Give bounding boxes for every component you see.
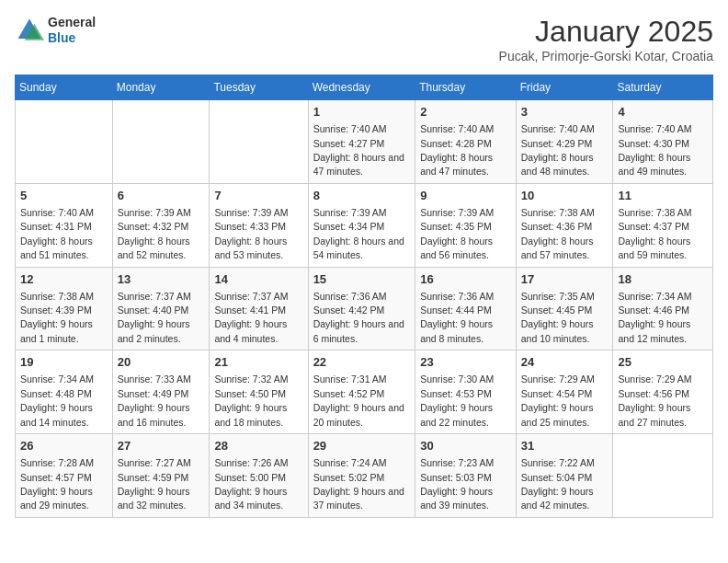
column-header-saturday: Saturday (613, 75, 713, 100)
day-cell: 9Sunrise: 7:39 AMSunset: 4:35 PMDaylight… (415, 183, 517, 267)
day-cell (112, 100, 210, 184)
day-number: 13 (118, 271, 205, 288)
day-cell: 31Sunrise: 7:22 AMSunset: 5:04 PMDayligh… (516, 434, 613, 518)
calendar-title: January 2025 (499, 15, 713, 49)
day-cell: 25Sunrise: 7:29 AMSunset: 4:56 PMDayligh… (613, 350, 713, 434)
day-number: 10 (521, 188, 609, 204)
day-info: Sunrise: 7:36 AMSunset: 4:42 PMDaylight:… (313, 291, 404, 344)
logo-text: General Blue (48, 15, 96, 46)
week-row-1: 1Sunrise: 7:40 AMSunset: 4:27 PMDaylight… (16, 100, 713, 184)
day-info: Sunrise: 7:34 AMSunset: 4:48 PMDaylight:… (20, 373, 94, 427)
logo-general-text: General (48, 15, 96, 30)
column-header-friday: Friday (516, 75, 613, 100)
day-number: 31 (521, 438, 609, 454)
day-cell: 29Sunrise: 7:24 AMSunset: 5:02 PMDayligh… (308, 434, 415, 518)
day-cell: 2Sunrise: 7:40 AMSunset: 4:28 PMDaylight… (415, 100, 517, 184)
day-cell: 17Sunrise: 7:35 AMSunset: 4:45 PMDayligh… (516, 267, 613, 350)
day-number: 15 (313, 271, 411, 288)
day-number: 7 (214, 188, 302, 204)
day-cell: 12Sunrise: 7:38 AMSunset: 4:39 PMDayligh… (16, 267, 113, 350)
day-cell: 11Sunrise: 7:38 AMSunset: 4:37 PMDayligh… (613, 183, 713, 267)
day-number: 23 (420, 354, 511, 371)
day-cell: 22Sunrise: 7:31 AMSunset: 4:52 PMDayligh… (308, 350, 415, 434)
day-info: Sunrise: 7:22 AMSunset: 5:04 PMDaylight:… (521, 457, 595, 511)
day-info: Sunrise: 7:37 AMSunset: 4:40 PMDaylight:… (118, 291, 191, 344)
logo: General Blue (15, 15, 96, 46)
day-cell: 5Sunrise: 7:40 AMSunset: 4:31 PMDaylight… (16, 183, 113, 267)
day-info: Sunrise: 7:24 AMSunset: 5:02 PMDaylight:… (313, 457, 404, 511)
day-cell: 26Sunrise: 7:28 AMSunset: 4:57 PMDayligh… (16, 434, 113, 518)
title-block: January 2025 Pucak, Primorje-Gorski Kota… (499, 15, 713, 63)
day-cell: 4Sunrise: 7:40 AMSunset: 4:30 PMDaylight… (613, 100, 713, 184)
day-info: Sunrise: 7:38 AMSunset: 4:39 PMDaylight:… (20, 291, 94, 344)
calendar-table: SundayMondayTuesdayWednesdayThursdayFrid… (15, 75, 713, 518)
day-number: 22 (313, 354, 411, 371)
day-number: 18 (618, 271, 708, 288)
day-info: Sunrise: 7:34 AMSunset: 4:46 PMDaylight:… (618, 291, 691, 344)
day-info: Sunrise: 7:29 AMSunset: 4:56 PMDaylight:… (618, 373, 691, 427)
day-cell: 13Sunrise: 7:37 AMSunset: 4:40 PMDayligh… (112, 267, 210, 350)
day-cell: 23Sunrise: 7:30 AMSunset: 4:53 PMDayligh… (415, 350, 517, 434)
day-info: Sunrise: 7:40 AMSunset: 4:30 PMDaylight:… (618, 123, 691, 177)
day-cell: 8Sunrise: 7:39 AMSunset: 4:34 PMDaylight… (308, 183, 415, 267)
day-number: 19 (20, 354, 108, 371)
page-header: General Blue January 2025 Pucak, Primorj… (15, 15, 713, 63)
day-cell: 14Sunrise: 7:37 AMSunset: 4:41 PMDayligh… (210, 267, 308, 350)
day-number: 1 (313, 104, 411, 121)
day-info: Sunrise: 7:40 AMSunset: 4:28 PMDaylight:… (420, 123, 494, 177)
calendar-subtitle: Pucak, Primorje-Gorski Kotar, Croatia (499, 49, 713, 63)
day-cell (210, 100, 308, 184)
day-cell: 30Sunrise: 7:23 AMSunset: 5:03 PMDayligh… (415, 434, 517, 518)
day-number: 24 (521, 354, 609, 371)
day-number: 6 (118, 188, 205, 204)
day-info: Sunrise: 7:40 AMSunset: 4:29 PMDaylight:… (521, 123, 595, 177)
day-header-row: SundayMondayTuesdayWednesdayThursdayFrid… (16, 75, 713, 100)
day-cell: 18Sunrise: 7:34 AMSunset: 4:46 PMDayligh… (613, 267, 713, 350)
week-row-4: 19Sunrise: 7:34 AMSunset: 4:48 PMDayligh… (16, 350, 713, 434)
day-info: Sunrise: 7:23 AMSunset: 5:03 PMDaylight:… (420, 457, 494, 511)
day-number: 2 (420, 104, 511, 121)
day-number: 12 (20, 271, 108, 288)
day-number: 30 (420, 438, 511, 454)
day-cell: 20Sunrise: 7:33 AMSunset: 4:49 PMDayligh… (112, 350, 210, 434)
day-number: 4 (618, 104, 708, 121)
day-info: Sunrise: 7:39 AMSunset: 4:33 PMDaylight:… (214, 207, 288, 260)
day-cell: 1Sunrise: 7:40 AMSunset: 4:27 PMDaylight… (308, 100, 415, 184)
day-info: Sunrise: 7:39 AMSunset: 4:32 PMDaylight:… (118, 207, 191, 260)
day-info: Sunrise: 7:33 AMSunset: 4:49 PMDaylight:… (118, 373, 191, 427)
day-number: 25 (618, 354, 708, 371)
day-cell: 28Sunrise: 7:26 AMSunset: 5:00 PMDayligh… (210, 434, 308, 518)
day-info: Sunrise: 7:30 AMSunset: 4:53 PMDaylight:… (420, 373, 494, 427)
day-info: Sunrise: 7:39 AMSunset: 4:34 PMDaylight:… (313, 207, 404, 260)
day-info: Sunrise: 7:38 AMSunset: 4:36 PMDaylight:… (521, 207, 595, 260)
day-info: Sunrise: 7:40 AMSunset: 4:27 PMDaylight:… (313, 123, 404, 177)
day-number: 20 (118, 354, 205, 371)
day-number: 5 (20, 188, 108, 204)
day-cell: 7Sunrise: 7:39 AMSunset: 4:33 PMDaylight… (210, 183, 308, 267)
day-info: Sunrise: 7:26 AMSunset: 5:00 PMDaylight:… (214, 457, 288, 511)
column-header-sunday: Sunday (16, 75, 113, 100)
day-cell: 15Sunrise: 7:36 AMSunset: 4:42 PMDayligh… (308, 267, 415, 350)
day-number: 14 (214, 271, 302, 288)
day-number: 27 (118, 438, 205, 454)
day-info: Sunrise: 7:31 AMSunset: 4:52 PMDaylight:… (313, 373, 404, 427)
day-info: Sunrise: 7:40 AMSunset: 4:31 PMDaylight:… (20, 207, 94, 260)
day-number: 9 (420, 188, 511, 204)
day-cell (16, 100, 113, 184)
column-header-thursday: Thursday (415, 75, 517, 100)
day-number: 21 (214, 354, 302, 371)
day-number: 26 (20, 438, 108, 454)
logo-blue-text: Blue (48, 30, 96, 46)
day-cell: 19Sunrise: 7:34 AMSunset: 4:48 PMDayligh… (16, 350, 113, 434)
week-row-2: 5Sunrise: 7:40 AMSunset: 4:31 PMDaylight… (16, 183, 713, 267)
column-header-monday: Monday (112, 75, 210, 100)
day-cell (613, 434, 713, 518)
day-number: 29 (313, 438, 411, 454)
day-number: 16 (420, 271, 511, 288)
day-info: Sunrise: 7:36 AMSunset: 4:44 PMDaylight:… (420, 291, 494, 344)
day-cell: 21Sunrise: 7:32 AMSunset: 4:50 PMDayligh… (210, 350, 308, 434)
day-cell: 24Sunrise: 7:29 AMSunset: 4:54 PMDayligh… (516, 350, 613, 434)
day-info: Sunrise: 7:27 AMSunset: 4:59 PMDaylight:… (118, 457, 191, 511)
day-info: Sunrise: 7:28 AMSunset: 4:57 PMDaylight:… (20, 457, 94, 511)
day-cell: 16Sunrise: 7:36 AMSunset: 4:44 PMDayligh… (415, 267, 517, 350)
